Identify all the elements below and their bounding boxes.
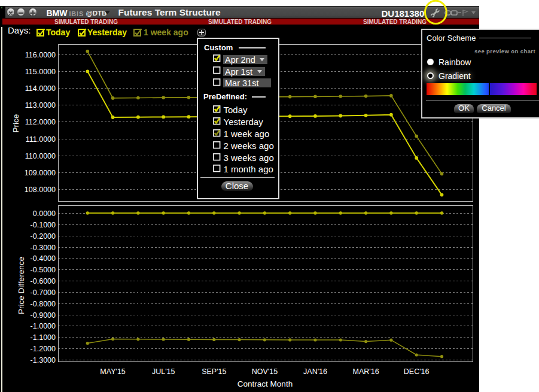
svg-text:114.0000: 114.0000 (25, 84, 56, 93)
svg-text:Price: Price (11, 114, 20, 133)
svg-text:NOV'15: NOV'15 (252, 367, 278, 376)
svg-text:SEP'15: SEP'15 (202, 367, 226, 376)
svg-text:DEC'16: DEC'16 (404, 367, 430, 376)
svg-text:-1.3000: -1.3000 (31, 356, 56, 364)
svg-text:-0.4000: -0.4000 (31, 254, 56, 263)
svg-text:MAR'16: MAR'16 (353, 367, 379, 376)
svg-text:110.0000: 110.0000 (25, 152, 56, 160)
svg-text:-0.9000: -0.9000 (31, 311, 56, 320)
svg-text:-1.0000: -1.0000 (31, 322, 56, 330)
svg-text:0.0000: 0.0000 (33, 209, 56, 218)
svg-text:-1.2000: -1.2000 (31, 345, 56, 353)
svg-text:115.0000: 115.0000 (25, 68, 56, 76)
svg-text:JUL'15: JUL'15 (152, 367, 175, 376)
svg-text:Contract Month: Contract Month (237, 379, 293, 388)
svg-text:-0.1000: -0.1000 (31, 221, 56, 229)
svg-text:113.0000: 113.0000 (25, 101, 56, 110)
svg-text:-0.8000: -0.8000 (31, 300, 56, 308)
svg-text:-0.5000: -0.5000 (31, 266, 56, 274)
svg-text:-0.3000: -0.3000 (31, 244, 56, 252)
svg-text:JAN'16: JAN'16 (303, 367, 327, 376)
svg-text:-0.6000: -0.6000 (31, 277, 56, 285)
svg-text:-0.7000: -0.7000 (31, 288, 56, 297)
svg-text:108.0000: 108.0000 (25, 186, 56, 194)
svg-text:109.0000: 109.0000 (25, 169, 56, 177)
svg-text:-1.1000: -1.1000 (31, 333, 56, 342)
svg-text:111.0000: 111.0000 (26, 135, 56, 144)
svg-text:MAY'15: MAY'15 (100, 367, 125, 376)
svg-text:-0.2000: -0.2000 (31, 232, 56, 241)
svg-text:Price Difference: Price Difference (17, 257, 26, 314)
svg-text:112.0000: 112.0000 (25, 118, 56, 126)
svg-text:116.0000: 116.0000 (25, 51, 56, 59)
